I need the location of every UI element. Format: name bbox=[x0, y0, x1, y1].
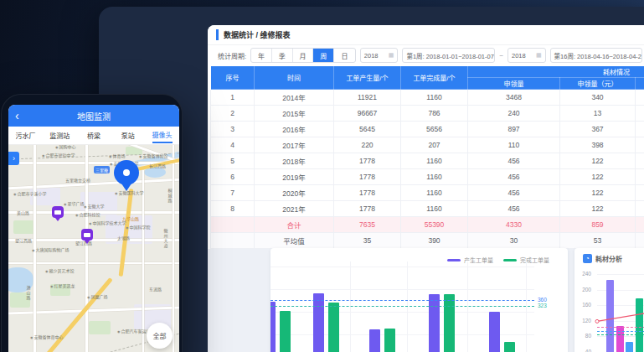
phone-tab-桥梁[interactable]: 桥梁 bbox=[77, 127, 111, 144]
map-label: 合肥市琥珀中学 bbox=[42, 153, 75, 158]
app-panel: 数据统计 / 维修报表 统计周期: 年季月周日 2018 ▦ 第1周: 2018… bbox=[208, 25, 644, 352]
bar bbox=[504, 342, 515, 352]
map-label: 合肥科技馆 bbox=[75, 213, 100, 218]
phone-tab-摄像头[interactable]: 摄像头 bbox=[145, 127, 179, 144]
screenshot-root: 数据统计 / 维修报表 统计周期: 年季月周日 2018 ▦ 第1周: 2018… bbox=[0, 0, 644, 352]
camera-marker[interactable] bbox=[81, 229, 93, 241]
table-header: 序号 时间 工单产生量/个 工单完成量/个 耗材情况 申领量 申领量（元） 审批… bbox=[211, 66, 644, 90]
reference-line bbox=[270, 300, 534, 301]
phone-screen: ‹ 地图监测 污水厂监测站桥梁泵站摄像头 bbox=[8, 105, 179, 352]
average-label: 平均值 bbox=[255, 233, 334, 249]
map-road bbox=[142, 170, 144, 352]
map-label: 安徽医科大学 bbox=[115, 191, 144, 196]
end-week-select[interactable]: 第16周: 2018-04-16~2018-04-22 bbox=[550, 48, 643, 63]
metro-station-chip[interactable]: 三里庵 bbox=[94, 166, 110, 173]
phone-tab-污水厂[interactable]: 污水厂 bbox=[8, 127, 43, 144]
table-row: 32016年56455656897367124129 bbox=[211, 122, 644, 137]
period-segmented-control: 年季月周日 bbox=[250, 48, 356, 63]
map-label: 凤凰广场 bbox=[87, 295, 108, 300]
bar bbox=[489, 312, 500, 352]
map-label: 大唐国际购物广场 bbox=[32, 248, 70, 253]
table-row: 42017年2202071103989019 bbox=[211, 137, 644, 153]
bar bbox=[369, 329, 380, 352]
period-年[interactable]: 年 bbox=[251, 49, 272, 62]
col-completed: 工单完成量/个 bbox=[401, 66, 468, 90]
map-label: 九华山路 bbox=[122, 217, 139, 222]
phone-tab-bar: 污水厂监测站桥梁泵站摄像头 bbox=[8, 127, 179, 145]
end-year-select[interactable]: 2018 ▦ bbox=[507, 48, 546, 63]
map-label: 安徽省博物馆 bbox=[139, 154, 168, 159]
map-label: 安徽省体育中心 bbox=[30, 335, 64, 340]
table-row: 52018年177811604561227967 bbox=[211, 153, 644, 169]
period-label: 统计周期: bbox=[218, 51, 246, 60]
map-label: 黄山路 bbox=[17, 211, 29, 216]
back-icon[interactable]: ‹ bbox=[15, 110, 19, 122]
expand-panel-button[interactable]: › bbox=[8, 152, 19, 165]
gridline bbox=[467, 261, 468, 352]
total-row: 合计 7635 55390 4330 859 349 3343 bbox=[211, 217, 644, 233]
map-label: 潜山路 bbox=[25, 286, 30, 301]
col-sub-2: 申领量（元） bbox=[560, 78, 636, 90]
phone-page-title: 地图监测 bbox=[77, 110, 111, 122]
phone-tab-泵站[interactable]: 泵站 bbox=[111, 127, 145, 144]
map-label: 体育场 bbox=[109, 154, 126, 159]
reference-line-label: 323 bbox=[538, 303, 547, 308]
map-label: 长江西路 bbox=[149, 164, 166, 169]
start-year-select[interactable]: 2018 ▦ bbox=[360, 48, 399, 63]
map-label: 中国科学技术大学 bbox=[89, 221, 126, 226]
period-季[interactable]: 季 bbox=[272, 49, 293, 62]
phone-tab-监测站[interactable]: 监测站 bbox=[43, 127, 77, 144]
gridline bbox=[526, 261, 527, 352]
phone-header: ‹ 地图监测 bbox=[8, 105, 179, 127]
map-label: 桐城路 bbox=[167, 189, 172, 204]
table-row: 62019年177811604561227967 bbox=[211, 169, 644, 185]
period-月[interactable]: 月 bbox=[293, 49, 314, 62]
col-time: 时间 bbox=[255, 66, 334, 90]
calendar-icon: ▦ bbox=[386, 52, 394, 59]
bar bbox=[280, 311, 291, 352]
table-row: 72020年177811604561227967 bbox=[211, 185, 644, 201]
consumables-bar-line-chart: 2402001601208040 bbox=[574, 248, 644, 352]
start-week-select[interactable]: 第1周: 2018-01-01~2018-01-07 bbox=[402, 48, 495, 63]
map-park bbox=[89, 321, 111, 334]
calendar-icon: ▦ bbox=[533, 52, 542, 59]
bar bbox=[384, 329, 395, 352]
map-label: 安徽大学 bbox=[84, 204, 105, 210]
workorder-bar-chart: 360323 bbox=[270, 248, 568, 352]
map-label: 国购中心 bbox=[55, 145, 76, 150]
all-button[interactable]: 全部 bbox=[147, 323, 173, 349]
map-view[interactable]: 三里庵 › 全部 国购中心合肥市琥珀中学体育场安徽农业大学安徽省博物馆长江西路五… bbox=[8, 145, 179, 352]
filter-bar: 统计周期: 年季月周日 2018 ▦ 第1周: 2018-01-01~2018-… bbox=[208, 45, 644, 65]
table-row: 82021年177811604561227967 bbox=[211, 201, 644, 217]
average-row: 平均值 35 390 30 53 111 140 bbox=[211, 233, 644, 249]
col-group-consumables: 耗材情况 bbox=[468, 66, 644, 78]
bar bbox=[313, 293, 324, 352]
map-label: 红星美凯龙 bbox=[50, 284, 75, 289]
gridline bbox=[270, 289, 534, 290]
map-label: 五里墩立交桥 bbox=[65, 179, 90, 184]
map-pin-marker[interactable] bbox=[114, 160, 139, 185]
map-label: 望江西路 bbox=[75, 241, 92, 246]
map-label: 望江西路 bbox=[15, 239, 32, 244]
map-road bbox=[85, 145, 88, 352]
table-row: 22015年96667786240137690 bbox=[211, 106, 644, 122]
camera-marker[interactable] bbox=[52, 206, 64, 218]
total-label: 合计 bbox=[255, 217, 334, 233]
gridline bbox=[407, 261, 408, 352]
map-pin-tail bbox=[121, 184, 131, 191]
range-separator: ~ bbox=[499, 52, 503, 60]
col-produced: 工单产生量/个 bbox=[334, 66, 401, 90]
gridline bbox=[270, 267, 534, 267]
bar bbox=[328, 303, 339, 352]
bar bbox=[444, 294, 455, 352]
trend-line bbox=[574, 248, 644, 352]
table-row: 12014年1192111603468340702500 bbox=[211, 90, 644, 106]
map-label: 赖少其艺术馆 bbox=[45, 269, 75, 274]
col-sub-1: 申领量 bbox=[468, 78, 560, 90]
map-label: 合肥市宁溪小学 bbox=[13, 192, 47, 197]
period-日[interactable]: 日 bbox=[334, 49, 355, 62]
map-park bbox=[13, 220, 35, 234]
table-body: 12014年119211160346834070250022015年966677… bbox=[211, 90, 644, 217]
period-周[interactable]: 周 bbox=[313, 49, 334, 62]
bar bbox=[270, 302, 276, 352]
